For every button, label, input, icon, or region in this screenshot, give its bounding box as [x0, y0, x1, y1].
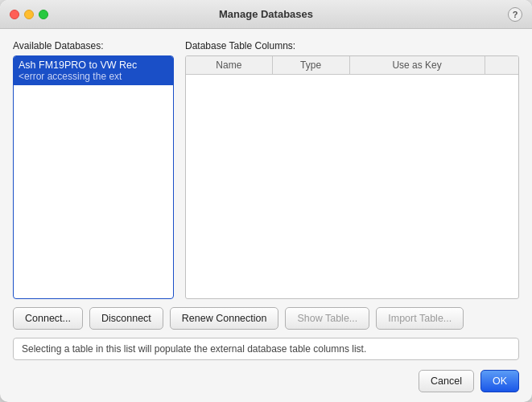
- col-key-header: Use as Key: [349, 56, 485, 75]
- right-panel: Database Table Columns: Name Type Use as…: [185, 40, 519, 299]
- show-table-button[interactable]: Show Table...: [285, 307, 369, 330]
- import-table-button[interactable]: Import Table...: [376, 307, 464, 330]
- item-title: Ash FM19PRO to VW Rec: [19, 59, 168, 71]
- bottom-row: Cancel OK: [13, 368, 519, 392]
- cancel-button[interactable]: Cancel: [419, 370, 474, 392]
- col-extra-header: [485, 56, 518, 75]
- connect-button[interactable]: Connect...: [13, 307, 83, 330]
- list-item[interactable]: Ash FM19PRO to VW Rec <error accessing t…: [14, 56, 173, 85]
- available-databases-label: Available Databases:: [13, 40, 174, 51]
- database-list[interactable]: Ash FM19PRO to VW Rec <error accessing t…: [13, 55, 174, 299]
- col-name-header: Name: [186, 56, 272, 75]
- status-text: Selecting a table in this list will popu…: [22, 343, 366, 355]
- traffic-lights: [10, 10, 48, 19]
- item-error: <error accessing the ext: [19, 71, 168, 82]
- maximize-button[interactable]: [39, 10, 48, 19]
- renew-connection-button[interactable]: Renew Connection: [170, 307, 279, 330]
- window-title: Manage Databases: [219, 8, 313, 20]
- close-button[interactable]: [10, 10, 19, 19]
- col-type-header: Type: [272, 56, 349, 75]
- help-button[interactable]: ?: [508, 7, 522, 22]
- main-area: Available Databases: Ash FM19PRO to VW R…: [13, 40, 519, 299]
- content-area: Available Databases: Ash FM19PRO to VW R…: [0, 29, 532, 402]
- status-bar: Selecting a table in this list will popu…: [13, 338, 519, 360]
- titlebar: Manage Databases ?: [0, 0, 532, 29]
- disconnect-button[interactable]: Disconnect: [89, 307, 163, 330]
- table-columns-label: Database Table Columns:: [185, 40, 519, 51]
- left-panel: Available Databases: Ash FM19PRO to VW R…: [13, 40, 174, 299]
- manage-databases-window: Manage Databases ? Available Databases: …: [0, 0, 532, 402]
- minimize-button[interactable]: [24, 10, 34, 19]
- ok-button[interactable]: OK: [480, 370, 519, 392]
- action-buttons-row: Connect... Disconnect Renew Connection S…: [13, 307, 519, 330]
- table-container: Name Type Use as Key: [185, 55, 519, 299]
- columns-table: Name Type Use as Key: [186, 56, 518, 75]
